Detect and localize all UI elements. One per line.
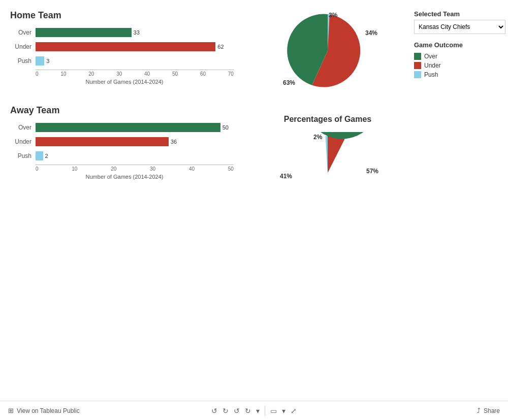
home-x-tick-10: 10 (60, 71, 66, 77)
pie-top: 3% 34% 63% (287, 10, 368, 91)
home-push-bar-wrapper: 3 (36, 56, 239, 66)
redo2-icon[interactable]: ↻ (245, 407, 251, 415)
away-under-value: 36 (171, 139, 177, 145)
home-x-tick-40: 40 (144, 71, 150, 77)
center-panel: 3% 34% 63% Percentages of Games (249, 0, 406, 420)
legend-push-color (414, 71, 421, 78)
view-on-tableau-label[interactable]: View on Tableau Public (17, 407, 80, 414)
home-x-tick-0: 0 (36, 71, 39, 77)
home-under-value: 62 (217, 44, 224, 50)
pie-top-container: 3% 34% 63% (287, 8, 368, 94)
pie-bottom-title: Percentages of Games (284, 114, 372, 124)
home-under-label: Under (10, 43, 31, 50)
pie-bottom-container: Percentages of Games 2% 57% 41% (284, 114, 372, 216)
home-under-bar-wrapper: 62 (36, 42, 239, 51)
device-icon[interactable]: ▭ (270, 407, 277, 415)
pie-top-over-pct: 34% (365, 29, 377, 37)
bottom-center-controls: ↺ ↻ ↺ ↻ ▾ ▭ ▾ ⤢ (211, 406, 297, 416)
away-team-title: Away Team (10, 105, 239, 116)
selected-team-label: Selected Team (414, 10, 500, 18)
away-over-bar-wrapper: 50 (36, 123, 239, 132)
home-over-label: Over (10, 29, 31, 36)
bottom-right[interactable]: ⤴ Share (477, 407, 500, 414)
home-under-bar: 62 (36, 42, 215, 51)
redo-icon[interactable]: ↻ (223, 407, 229, 415)
away-x-tick-0: 0 (36, 166, 39, 172)
pie-bottom-push-slice (326, 136, 328, 173)
home-over-value: 33 (134, 29, 140, 36)
away-team-chart: Away Team Over 50 Under 36 (10, 105, 239, 180)
home-team-title: Home Team (10, 10, 239, 21)
legend-over-label: Over (424, 53, 437, 60)
game-outcome-legend: Game Outcome Over Under Push (414, 41, 500, 78)
pie-bottom-svg (287, 132, 368, 213)
away-bar-chart: Over 50 Under 36 (10, 122, 239, 161)
home-x-tick-60: 60 (200, 71, 206, 77)
share-icon: ⤴ (477, 407, 481, 414)
pie-top-under-pct: 63% (283, 79, 295, 86)
legend-over-color (414, 53, 421, 60)
legend-under: Under (414, 62, 500, 69)
pie-top-svg (287, 10, 368, 91)
away-push-value: 2 (45, 153, 48, 159)
legend-push-label: Push (424, 71, 438, 78)
home-bar-chart: Over 33 Under 62 (10, 27, 239, 67)
away-x-ticks: 0 10 20 30 40 50 (36, 165, 234, 172)
home-x-tick-70: 70 (228, 71, 234, 77)
away-under-bar: 36 (36, 137, 169, 146)
pie-bottom-push-pct: 2% (313, 134, 322, 141)
bottom-left[interactable]: ⊞ View on Tableau Public (8, 407, 80, 414)
legend-under-label: Under (424, 62, 441, 69)
legend-under-color (414, 62, 421, 69)
bottom-bar: ⊞ View on Tableau Public ↺ ↻ ↺ ↻ ▾ ▭ ▾ ⤢… (0, 401, 508, 420)
home-push-value: 3 (46, 58, 49, 64)
away-under-bar-wrapper: 36 (36, 137, 239, 146)
right-panel: Selected Team Kansas City Chiefs Game Ou… (406, 0, 508, 420)
home-push-label: Push (10, 57, 31, 64)
legend-push: Push (414, 71, 500, 78)
away-over-value: 50 (223, 124, 229, 131)
pie-top-push-pct: 3% (329, 12, 337, 19)
legend-items: Over Under Push (414, 53, 500, 78)
away-push-row: Push 2 (10, 150, 239, 161)
home-push-bar: 3 (36, 56, 44, 66)
dropdown-arrow2-icon[interactable]: ▾ (282, 407, 285, 415)
undo-icon[interactable]: ↺ (211, 407, 217, 415)
away-over-bar: 50 (36, 123, 220, 132)
away-under-label: Under (10, 138, 31, 145)
home-x-axis-label: Number of Games (2014-2024) (10, 79, 239, 85)
home-over-bar-wrapper: 33 (36, 28, 239, 37)
selected-team-section: Selected Team Kansas City Chiefs (414, 10, 500, 34)
away-push-label: Push (10, 152, 31, 159)
away-x-tick-50: 50 (228, 166, 234, 172)
home-x-tick-30: 30 (116, 71, 122, 77)
home-team-chart: Home Team Over 33 Under 62 (10, 10, 239, 85)
away-push-bar: 2 (36, 151, 43, 160)
home-push-row: Push 3 (10, 55, 239, 67)
legend-over: Over (414, 53, 500, 60)
away-over-row: Over 50 (10, 122, 239, 133)
pie-bottom-over-pct: 57% (366, 168, 378, 175)
home-x-tick-20: 20 (88, 71, 94, 77)
pie-bottom: 2% 57% 41% (287, 132, 368, 213)
dropdown-arrow-icon[interactable]: ▾ (256, 407, 260, 415)
share-label[interactable]: Share (484, 407, 500, 414)
home-x-ticks: 0 10 20 30 40 50 60 70 (36, 70, 234, 77)
pie-bottom-under-slice (328, 136, 345, 173)
away-x-axis-label: Number of Games (2014-2024) (10, 174, 239, 180)
tableau-icon: ⊞ (8, 407, 14, 414)
pie-bottom-under-pct: 41% (280, 173, 292, 180)
away-under-row: Under 36 (10, 136, 239, 147)
team-select[interactable]: Kansas City Chiefs (414, 20, 505, 34)
away-x-tick-10: 10 (72, 166, 77, 172)
expand-icon[interactable]: ⤢ (291, 407, 297, 415)
away-push-bar-wrapper: 2 (36, 151, 239, 160)
away-x-tick-20: 20 (111, 166, 116, 172)
undo2-icon[interactable]: ↺ (234, 407, 240, 415)
away-x-tick-30: 30 (150, 166, 155, 172)
bottom-divider (265, 406, 265, 416)
away-x-tick-40: 40 (189, 166, 195, 172)
home-over-row: Over 33 (10, 27, 239, 38)
left-panel: Home Team Over 33 Under 62 (0, 0, 249, 420)
game-outcome-label: Game Outcome (414, 41, 500, 49)
